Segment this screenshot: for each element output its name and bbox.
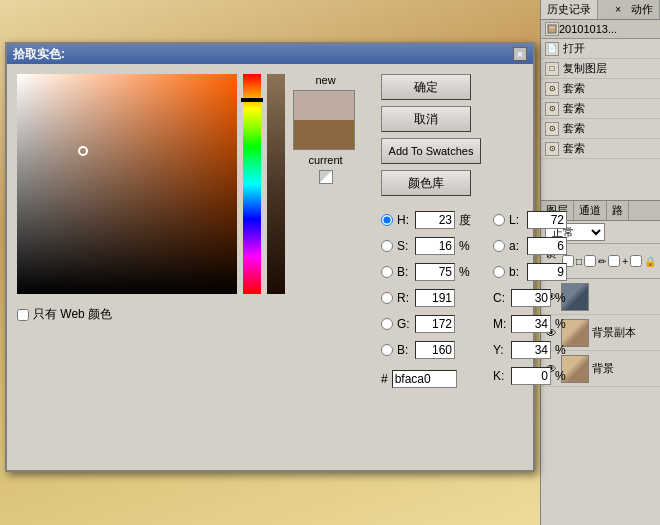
y-label: Y: [493,343,507,357]
color-preview-section: new current [293,74,358,184]
k-label: K: [493,369,507,383]
lock-paint-checkbox[interactable] [584,255,596,267]
lb-radio[interactable] [493,266,505,278]
new-color-label: new [293,74,358,86]
la-field-row: a: [493,236,569,256]
dialog-titlebar: 拾取实色: × [7,44,533,64]
lock-move-icon: + [622,256,628,267]
hex-input[interactable] [392,370,457,388]
b-field-row: B: % [381,262,473,282]
l-radio[interactable] [493,214,505,226]
y-input[interactable] [511,341,551,359]
fields-section: H: 23 度 S: % B: % [381,210,569,388]
lock-transparent-icon: □ [576,256,582,267]
buttons-section: 确定 取消 Add To Swatches 颜色库 [381,74,569,196]
dialog-close-button[interactable]: × [513,47,527,61]
web-colors-label: 只有 Web 颜色 [33,306,112,323]
color-gradient-area[interactable] [17,74,237,294]
cancel-button[interactable]: 取消 [381,106,471,132]
hue-slider-container [243,74,261,294]
tab-paths[interactable]: 路 [607,201,629,220]
c-input[interactable] [511,289,551,307]
layer-name-2: 背景副本 [592,325,636,340]
web-colors-row: 只有 Web 颜色 [17,306,285,323]
g-input[interactable] [415,315,455,333]
y-field-row: Y: % [493,340,569,360]
s-unit: % [459,239,473,253]
s-label: S: [397,239,411,253]
la-radio[interactable] [493,240,505,252]
color-swatch-container [293,90,355,150]
tab-channels[interactable]: 通道 [574,201,607,220]
open-icon: 📄 [545,42,559,56]
k-input[interactable] [511,367,551,385]
r-radio[interactable] [381,292,393,304]
b2-field-row: B: [381,340,473,360]
h-input[interactable]: 23 [415,211,455,229]
g-label: G: [397,317,411,331]
history-panel-close[interactable]: × [611,2,625,17]
dialog-body: 只有 Web 颜色 new current 确定 取消 Add To Swatc… [7,64,533,470]
extra-slider[interactable] [267,74,285,294]
lock-all-checkbox[interactable] [630,255,642,267]
c-label: C: [493,291,507,305]
b-radio[interactable] [381,266,393,278]
h-field-row: H: 23 度 [381,210,473,230]
la-input[interactable] [527,237,567,255]
g-field-row: G: [381,314,473,334]
history-header: 20101013... [541,20,660,39]
alert-swatch-icon [319,170,333,184]
h-unit: 度 [459,212,473,229]
web-colors-checkbox[interactable] [17,309,29,321]
lock-paint-icon: ✏ [598,256,606,267]
add-to-swatches-button[interactable]: Add To Swatches [381,138,481,164]
m-unit: % [555,317,569,331]
s-field-row: S: % [381,236,473,256]
lb-input[interactable] [527,263,567,281]
g-radio[interactable] [381,318,393,330]
h-radio[interactable] [381,214,393,226]
r-input[interactable] [415,289,455,307]
lb-label: b: [509,265,523,279]
c-unit: % [555,291,569,305]
swatch-new [294,91,354,120]
k-unit: % [555,369,569,383]
history-snapshot-icon [545,22,559,36]
tab-history[interactable]: 历史记录 [541,0,598,19]
b2-label: B: [397,343,411,357]
swatch-current [294,120,354,149]
svg-rect-1 [549,26,555,29]
s-input[interactable] [415,237,455,255]
hue-slider[interactable] [243,74,261,294]
hsb-rgb-column: H: 23 度 S: % B: % [381,210,473,388]
s-radio[interactable] [381,240,393,252]
history-date: 20101013... [559,23,617,35]
extra-slider-container [267,74,285,294]
dialog-title: 拾取实色: [13,46,513,63]
hash-label: # [381,372,388,386]
m-input[interactable] [511,315,551,333]
lock-move-checkbox[interactable] [608,255,620,267]
m-label: M: [493,317,507,331]
gradient-dark-overlay [17,74,237,294]
b-label: B: [397,265,411,279]
b2-input[interactable] [415,341,455,359]
l-label: L: [509,213,523,227]
color-picker-dialog: 拾取实色: × [5,42,535,472]
l-input[interactable] [527,211,567,229]
color-libraries-button[interactable]: 颜色库 [381,170,471,196]
ok-button[interactable]: 确定 [381,74,471,100]
history-panel-tabs: 历史记录 × 动作 [541,0,660,20]
c-field-row: C: % [493,288,569,308]
b-unit: % [459,265,473,279]
history-item-open[interactable]: 📄 打开 [541,39,660,59]
hex-row: # [381,370,473,388]
layer-name-3: 背景 [592,361,614,376]
r-label: R: [397,291,411,305]
gradient-canvas [17,74,237,294]
b-input[interactable] [415,263,455,281]
tab-actions[interactable]: 动作 [625,0,660,19]
b2-radio[interactable] [381,344,393,356]
history-label-open: 打开 [563,41,585,56]
k-field-row: K: % [493,366,569,386]
